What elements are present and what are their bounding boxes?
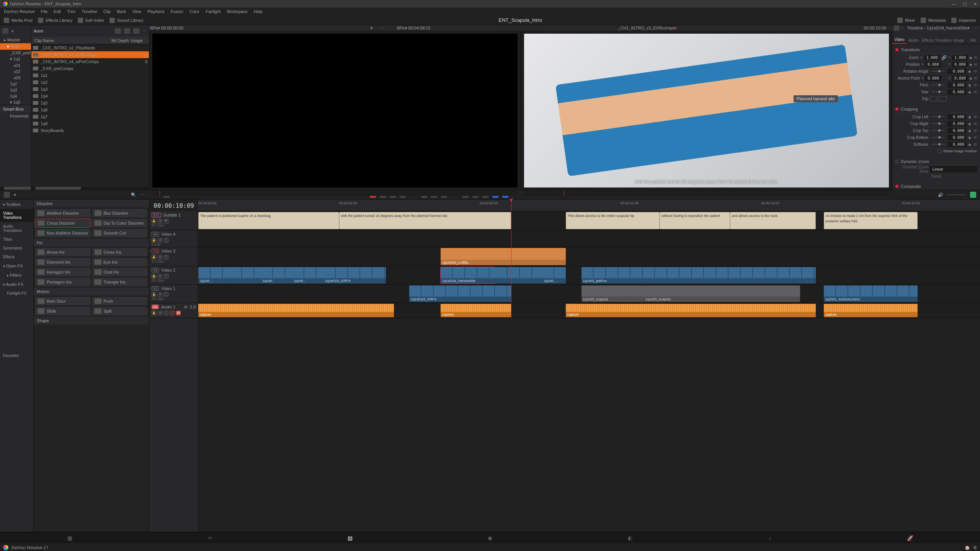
tab-effects[interactable]: Effects [921,38,935,44]
timeline-clip[interactable]: An incision is made 2 cm from the superi… [824,212,918,229]
bin-item[interactable]: s02 [0,68,31,75]
menu-item[interactable]: Trim [67,9,75,14]
favorites-header[interactable]: Favorites [0,351,33,360]
inspector-button[interactable]: Inspector [951,18,976,23]
retain-checkbox[interactable] [938,149,942,153]
anchor-x-input[interactable]: 0.000 [926,76,941,81]
timeline-ruler[interactable]: 00:00:00:0000:00:04:0000:00:08:0000:00:1… [198,200,980,211]
crop-right-slider[interactable] [931,123,945,124]
fx-item[interactable]: Barn Door [35,297,91,305]
track-header-a1[interactable]: A1Audio 1fx2.0 🔒⊘▢SM [149,303,198,318]
zoom-x-input[interactable]: 1.000 [924,55,940,60]
fx-item[interactable]: Additive Dissolve [35,209,91,217]
search-icon[interactable] [133,28,139,34]
minimize-button[interactable]: — [952,2,956,7]
media-pool-button[interactable]: Media Pool [4,18,33,23]
fx-item[interactable]: Dip To Color Dissolve [92,219,148,227]
fx-cat-toolbox[interactable]: ▾ Toolbox [0,200,33,209]
fx-group-header[interactable]: Iris [34,239,149,246]
program-canvas[interactable]: Planned harvest site with the patient tu… [524,34,889,187]
bin-item[interactable]: s01 [0,62,31,68]
timeline-clip[interactable]: 1q1s03_scapula [644,285,800,302]
fx-item[interactable]: Hexagon Iris [35,268,91,276]
cropping-header[interactable]: Cropping [895,105,977,113]
thumb-view-icon[interactable] [124,28,130,34]
tab-transition[interactable]: Transition [935,38,952,44]
fx-item[interactable]: Non-Additive Dissolve [35,229,91,237]
yaw-slider[interactable] [931,91,945,92]
fx-group-header[interactable]: Motion [34,288,149,295]
media-row[interactable]: 1q2 [31,79,149,86]
tab-video[interactable]: Video [892,37,906,44]
timeline-clip[interactable]: with the patient turned 15 degrees away … [339,212,511,229]
enable-dot-icon[interactable] [895,160,898,163]
fx-item[interactable]: Slide [35,307,91,315]
page-cut[interactable]: ✂ [140,535,280,541]
timeline-clip[interactable]: 1q1s0... [292,267,323,284]
timeline-clip[interactable]: capture [824,304,918,317]
fx-item[interactable]: Push [92,297,148,305]
fx-item[interactable]: Smooth Cut [92,229,148,237]
timeline-clip[interactable]: 1q1s01t4_LABEL [441,248,566,265]
crop-top-slider[interactable] [931,130,945,131]
lock-icon[interactable]: 🔒 [152,219,156,223]
timeline-clip[interactable]: without having to reposition the patient [660,212,730,229]
menu-item[interactable]: Fusion [171,9,183,14]
fx-item[interactable]: Cross Iris [92,248,148,256]
yaw-input[interactable]: 0.000 [948,90,966,95]
media-row[interactable]: 1q7 [31,113,149,120]
enable-dot-icon[interactable] [895,108,898,111]
pitch-slider[interactable] [931,85,945,85]
media-row[interactable]: 1q5 [31,99,149,106]
keyframe-icon[interactable]: ◆ [969,55,972,60]
fx-cat-audio-transitions[interactable]: Audio Transitions [0,222,33,235]
timeline-clip[interactable]: The patient is positioned supine on a be… [198,212,339,229]
bin-view-icon[interactable] [2,28,8,34]
menu-item[interactable]: DaVinci Resolve [4,9,35,14]
fx-cat-titles[interactable]: Titles [0,235,33,244]
fx-item[interactable]: Blur Dissolve [92,209,148,217]
dim-button[interactable] [970,192,976,198]
fx-item[interactable]: Diamond Iris [35,258,91,266]
fx-cat-effects[interactable]: Effects [0,253,33,261]
dynzoom-header[interactable]: Dynamic Zoom [895,158,977,166]
page-color[interactable]: ◐ [560,535,700,541]
fx-item[interactable]: Oval Iris [92,268,148,276]
page-media[interactable]: ▦ [0,535,140,541]
media-hscroll[interactable] [31,187,149,190]
fx-cat-audiofx[interactable]: ▾ Audio FX [0,280,33,289]
fx-item[interactable]: Pentagon Iris [35,278,91,286]
fx-cat-generators[interactable]: Generators [0,244,33,253]
list-view-icon[interactable] [115,28,121,34]
timeline-timecode[interactable]: 00:00:10:09 [149,202,198,209]
page-edit[interactable]: ▤ [280,535,420,541]
current-clip-name[interactable]: _CH1_INTRO_v3_EXRcomps [618,26,674,30]
timeline-name[interactable]: Timeline - 1q1s01t4_harvestSite [907,26,967,30]
crop-bottom-slider[interactable] [931,137,945,138]
page-fusion[interactable]: ◉ [420,535,560,541]
tab-image[interactable]: Image [952,38,966,44]
timeline-clip[interactable]: This allows access to the entire scapula… [566,212,660,229]
pos-y-input[interactable]: 0.000 [952,62,968,67]
dynzoom-swap-button[interactable]: Swap [895,174,977,178]
composite-header[interactable]: Composite [895,183,977,191]
bin-hscroll[interactable] [0,187,31,190]
pitch-input[interactable]: 0.000 [948,83,966,88]
tab-file[interactable]: File [966,38,980,44]
bin-item[interactable]: 1q4 [0,93,31,99]
timeline-clip[interactable]: 1q1s02_patPos [581,267,816,284]
smart-bin-keywords[interactable]: Keywords [0,113,31,119]
timeline-clip[interactable]: 1q1s01t3_GRFX [323,267,386,284]
media-row[interactable]: 1q3 [31,86,149,93]
crop-left-input[interactable]: 0.000 [948,114,966,119]
volume-slider[interactable] [947,194,966,195]
zoom-y-input[interactable]: 1.000 [952,55,968,60]
track-lanes[interactable]: The patient is positioned supine on a be… [198,211,980,532]
mixer-button[interactable]: Mixer [897,18,915,23]
timeline-clip[interactable]: capture [198,304,394,317]
media-row[interactable]: StoryBoards [31,127,149,134]
menu-item[interactable]: Color [189,9,199,14]
media-row[interactable]: 1q8 [31,120,149,127]
media-row[interactable]: 1q1 [31,72,149,79]
fx-cat-fairlightfx[interactable]: Fairlight FX [0,289,33,298]
